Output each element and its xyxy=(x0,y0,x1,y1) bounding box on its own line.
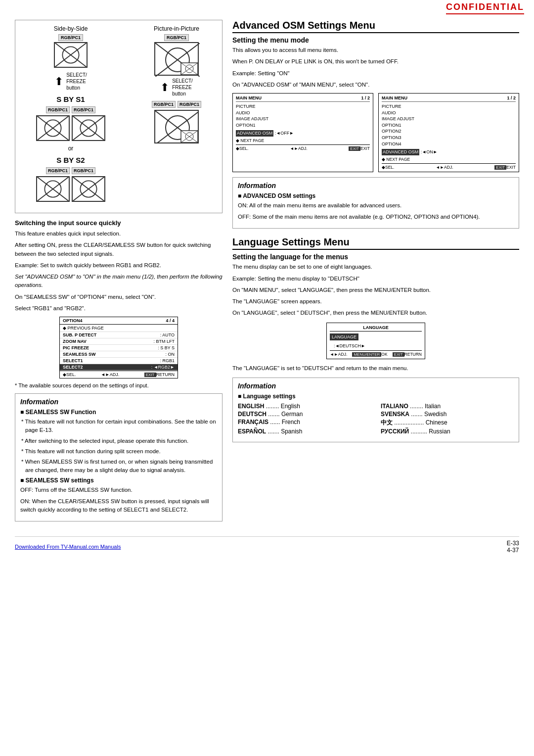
right-menu-option3: OPTION3 xyxy=(382,135,516,141)
left-panel-page: 1 / 2 xyxy=(361,95,370,100)
select-freeze-label: SELECT/ xyxy=(66,72,87,78)
left-panel-footer: ◆SEL. ◄►ADJ. EXITEXIT xyxy=(236,144,370,151)
language-p1: The menu display can be set to one of ei… xyxy=(232,263,519,271)
footer-page1: E-33 xyxy=(507,540,519,547)
lang-chinese: 中文 .................. Chinese xyxy=(381,419,514,427)
advanced-osm-title: Advanced OSM Settings Menu xyxy=(232,20,519,33)
pip-rgb-br: RGB/PC1 xyxy=(178,101,201,108)
option4-header: OPTION4 4 / 4 xyxy=(60,317,178,325)
advanced-osm-section: Advanced OSM Settings Menu Setting the m… xyxy=(232,20,519,229)
language-inst1: On "MAIN MENU", select "LANGUAGE", then … xyxy=(232,286,519,294)
left-menu-image: IMAGE ADJUST xyxy=(236,116,370,122)
right-panel-title: MAIN MENU xyxy=(382,95,407,100)
seamless-info-subtitle: SEAMLESS SW Function xyxy=(20,409,217,416)
left-menu-option1: OPTION1 xyxy=(236,122,370,129)
pip-rgb-bl: RGB/PC1 xyxy=(152,101,176,108)
pip-freeze: FREEZE xyxy=(172,84,193,91)
pip-screen-2 xyxy=(154,110,199,143)
sbs2-rgb-right: RGB/PC1 xyxy=(72,167,95,174)
language-subtitle: Setting the language for the menus xyxy=(232,253,519,261)
sbs-label: Side-by-Side xyxy=(54,25,88,32)
left-menu-adv-osm: ADVANCED OSM xyxy=(236,130,273,137)
footer-page2: 4-37 xyxy=(507,547,519,554)
right-footer-adj: ◄►ADJ. xyxy=(436,165,453,170)
lang-deutsch: DEUTSCH ....... German xyxy=(238,411,371,418)
language-table: ENGLISH ........ English ITALIANO ......… xyxy=(238,403,514,435)
switching-on: On "SEAMLESS SW" of "OPTION4" menu, sele… xyxy=(15,293,222,301)
option4-table: OPTION4 4 / 4 ◆ PREVIOUS PAGE SUB. P DET… xyxy=(59,317,178,378)
lang-francais: FRANÇAIS ...... French xyxy=(238,419,371,427)
lang-footer-exit: EXITRETURN xyxy=(393,352,422,357)
lang-footer-ok: MENU/ENTEROK xyxy=(352,352,387,357)
main-menu-right-panel: MAIN MENU 1 / 2 PICTURE AUDIO IMAGE ADJU… xyxy=(378,93,519,172)
switching-example: Example: Set to switch quickly between R… xyxy=(15,261,222,270)
pip-rgb-top: RGB/PC1 xyxy=(164,34,189,41)
sbs-screen-bottom-right xyxy=(72,115,105,141)
left-footer-sel: ◆SEL. xyxy=(236,146,248,151)
adv-osm-off-text: OFF: Some of the main menu items are not… xyxy=(238,213,514,221)
advanced-osm-on-instruction: On "ADVANCED OSM" of "MAIN MENU", select… xyxy=(232,81,519,89)
seamless-on-text: ON: When the CLEAR/SEAMLESS SW button is… xyxy=(20,497,217,515)
option4-row-4: SELECT1 : RGB1 xyxy=(60,358,178,364)
switching-title: Switching the input source quickly xyxy=(15,219,222,227)
language-menu-row: LANGUAGE xyxy=(330,333,422,341)
left-panel-title: MAIN MENU xyxy=(236,95,262,100)
seamless-bullet-1: After switching to the selected input, p… xyxy=(20,437,217,445)
language-menu: LANGUAGE LANGUAGE :◄DEUTSCH► ◄►ADJ. MENU… xyxy=(326,323,425,359)
language-inst3: On "LANGUAGE", select " DEUTSCH", then p… xyxy=(232,309,519,317)
advanced-osm-info-box: Information ADVANCED OSM settings ON: Al… xyxy=(232,177,519,229)
button-label: button xyxy=(66,85,87,91)
pip-diagram: Picture-in-Picture RGB/PC1 xyxy=(152,25,201,204)
pip-label: Picture-in-Picture xyxy=(154,25,199,32)
right-menu-option1: OPTION1 xyxy=(382,122,516,129)
left-column: Side-by-Side RGB/PC1 ⬆ xyxy=(15,20,222,526)
right-menu-picture: PICTURE xyxy=(382,103,516,110)
switching-p2: After setting ON, press the CLEAR/SEAMLE… xyxy=(15,241,222,258)
footer-pages: E-33 4-37 xyxy=(507,540,519,554)
language-section: Language Settings Menu Setting the langu… xyxy=(232,236,519,442)
sbs-rgb-bottom-right: RGB/PC1 xyxy=(72,106,95,113)
left-footer-exit: EXITEXIT xyxy=(349,146,370,151)
lang-info-subtitle: Language settings xyxy=(238,393,514,400)
switching-select: Select "RGB1" and "RGB2". xyxy=(15,304,222,313)
option4-row-3: SEAMLESS SW : ON xyxy=(60,351,178,358)
footer-link[interactable]: Downloaded From TV-Manual.com Manuals xyxy=(15,544,121,550)
option4-prevpage: ◆ PREVIOUS PAGE xyxy=(60,325,178,332)
sbs-rgb-bottom-left: RGB/PC1 xyxy=(46,106,70,113)
switching-section: Switching the input source quickly This … xyxy=(15,219,222,388)
lang-italiano: ITALIANO ........ Italian xyxy=(381,403,514,410)
option4-title: OPTION4 xyxy=(63,318,83,323)
menu-enter-btn: MENU/ENTER xyxy=(352,352,381,357)
seamless-bullet-3: When SEAMLESS SW is first turned on, or … xyxy=(20,458,217,475)
right-column: Advanced OSM Settings Menu Setting the m… xyxy=(232,20,519,526)
advanced-osm-example: Example: Setting "ON" xyxy=(232,69,519,78)
option4-row-2: PIC FREEZE : S BY S xyxy=(60,345,178,351)
option4-page: 4 / 4 xyxy=(166,318,175,323)
language-menu-item: LANGUAGE xyxy=(330,333,358,340)
or-label: or xyxy=(68,145,74,152)
right-footer-sel: ◆SEL. xyxy=(382,165,394,170)
seamless-info-box: Information SEAMLESS SW Function This fe… xyxy=(15,393,222,521)
exit-btn: EXIT xyxy=(144,373,156,377)
right-panel-header: MAIN MENU 1 / 2 xyxy=(382,95,516,102)
option4-row-1: ZOOM NAV : BTM LFT xyxy=(60,338,178,345)
sbs2-screen-left xyxy=(36,176,70,202)
right-menu-option2: OPTION2 xyxy=(382,128,516,135)
left-menu-adv-row: ADVANCED OSM :◄OFF► xyxy=(236,130,370,137)
left-menu-next-page: ◆ NEXT PAGE xyxy=(236,138,370,143)
right-menu-adv-value: :◄ON► xyxy=(421,149,438,154)
seamless-bullet-2: This feature will not function during sp… xyxy=(20,447,217,456)
language-info-box: Information Language settings ENGLISH ..… xyxy=(232,378,519,442)
right-menu-audio: AUDIO xyxy=(382,110,516,116)
sbs2-rgb-left: RGB/PC1 xyxy=(46,167,70,174)
right-menu-adv-osm: ADVANCED OSM xyxy=(382,149,419,155)
advanced-osm-subtitle: Setting the menu mode xyxy=(232,36,519,44)
lang-espanol: ESPAÑOL ....... Spanish xyxy=(238,428,371,435)
seamless-settings-title: SEAMLESS SW settings xyxy=(20,477,217,484)
lang-info-title: Information xyxy=(238,382,514,390)
right-menu-image: IMAGE ADJUST xyxy=(382,116,516,122)
right-panel-page: 1 / 2 xyxy=(507,95,516,100)
right-menu-option4: OPTION4 xyxy=(382,141,516,147)
freeze-label: FREEZE xyxy=(66,78,87,85)
sbs-screen-bottom-left xyxy=(36,115,70,141)
